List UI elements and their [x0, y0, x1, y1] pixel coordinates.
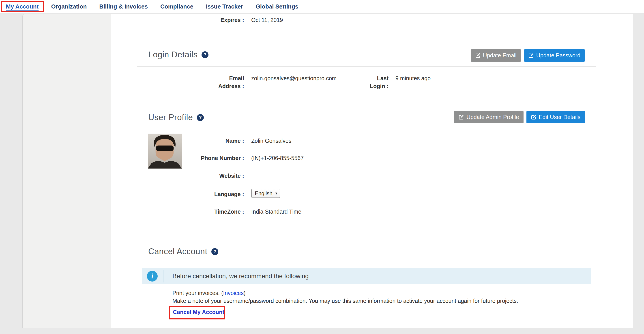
language-select[interactable]: English ▾ [251, 189, 280, 198]
login-details-title: Login Details [148, 50, 198, 59]
top-nav: My Account Organization Billing & Invoic… [0, 0, 644, 14]
divider [137, 128, 596, 128]
account-settings-page: { "nav": { "items": [ { "label": "My Acc… [0, 0, 644, 334]
edit-icon [531, 115, 536, 120]
expires-label: Expires : [111, 16, 244, 24]
phone-number-value: (IN)+1-206-855-5567 [251, 154, 304, 162]
print-invoices-line: Print your invoices. (Invoices) [172, 289, 518, 297]
update-password-label: Update Password [536, 52, 580, 59]
edit-icon [458, 115, 464, 120]
sidebar-panel [22, 14, 111, 328]
phone-number-label: Phone Number : [111, 154, 244, 162]
divider [137, 66, 596, 67]
tab-issue-tracker[interactable]: Issue Tracker [206, 3, 243, 10]
update-email-label: Update Email [483, 52, 516, 59]
divider [137, 262, 596, 262]
name-value: Zolin Gonsalves [251, 137, 291, 145]
chevron-down-icon: ▾ [276, 191, 278, 195]
invoices-link[interactable]: Invoices [223, 290, 244, 296]
username-password-note-line: Make a note of your username/password co… [172, 297, 518, 305]
update-email-button[interactable]: Update Email [471, 49, 521, 62]
language-selected-value: English [255, 190, 272, 197]
tab-billing-invoices[interactable]: Billing & Invoices [99, 3, 148, 10]
update-password-button[interactable]: Update Password [524, 49, 585, 62]
edit-user-details-label: Edit User Details [539, 114, 580, 120]
cancel-my-account-link[interactable]: Cancel My Account [173, 309, 224, 315]
info-icon: i [147, 271, 158, 281]
cancel-account-title: Cancel Account [148, 247, 207, 256]
tab-global-settings[interactable]: Global Settings [256, 3, 298, 10]
cancellation-info-banner: i Before cancellation, we recommend the … [142, 268, 592, 284]
user-profile-help-icon[interactable]: ? [197, 114, 204, 121]
email-address-value: zolin.gonsalves@questionpro.com [251, 74, 336, 82]
user-profile-buttons: Update Admin Profile Edit User Details [454, 111, 585, 123]
login-details-buttons: Update Email Update Password [471, 49, 585, 62]
edit-icon [528, 53, 534, 58]
login-details-heading: Login Details ? [148, 50, 208, 60]
timezone-value: India Standard Time [251, 208, 302, 216]
info-banner-separator [163, 270, 164, 282]
tab-compliance[interactable]: Compliance [160, 3, 193, 10]
print-invoices-suffix: ) [244, 290, 246, 296]
content-card: Expires : Oct 11, 2019 Login Details ? U… [111, 14, 633, 328]
edit-icon [475, 53, 480, 58]
update-admin-profile-button[interactable]: Update Admin Profile [454, 111, 524, 123]
tab-organization[interactable]: Organization [51, 3, 87, 10]
tab-my-account[interactable]: My Account [6, 3, 38, 10]
website-label: Website : [111, 172, 244, 180]
cancellation-notes: Print your invoices. (Invoices) Make a n… [172, 289, 518, 305]
update-admin-profile-label: Update Admin Profile [466, 114, 519, 120]
cancel-account-help-icon[interactable]: ? [212, 248, 218, 255]
print-invoices-prefix: Print your invoices. ( [172, 290, 223, 296]
email-address-label: Email Address : [111, 74, 244, 90]
info-banner-text: Before cancellation, we recommend the fo… [172, 273, 309, 280]
last-login-label: Last Login : [344, 74, 388, 90]
last-login-value: 9 minutes ago [396, 74, 430, 82]
edit-user-details-button[interactable]: Edit User Details [526, 111, 585, 123]
user-profile-title: User Profile [148, 113, 193, 122]
cancel-account-heading: Cancel Account ? [148, 247, 218, 256]
login-details-help-icon[interactable]: ? [202, 51, 208, 58]
user-profile-heading: User Profile ? [148, 113, 204, 122]
expires-value: Oct 11, 2019 [251, 16, 283, 24]
timezone-label: TimeZone : [111, 208, 244, 216]
name-label: Name : [111, 137, 244, 145]
language-label: Language : [111, 190, 244, 198]
